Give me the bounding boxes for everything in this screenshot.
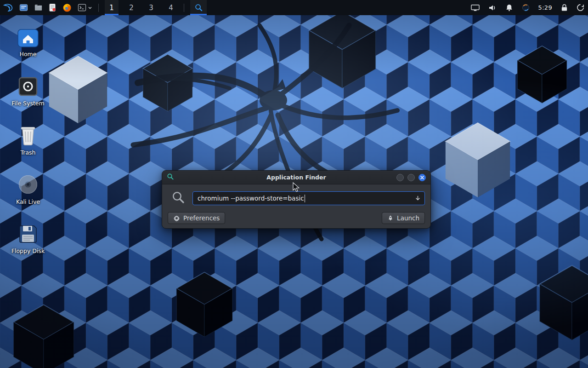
window-icon-application-finder <box>167 173 174 182</box>
window-controls <box>396 171 426 184</box>
text-editor-icon <box>49 3 57 12</box>
status-orb-icon <box>522 4 530 12</box>
desktop-icon-file-system[interactable]: File System <box>6 75 50 107</box>
desktop-icon-label: Floppy Disk <box>11 248 45 254</box>
firefox-icon <box>62 3 72 12</box>
launch-button-label: Launch <box>397 214 419 222</box>
lock-button[interactable] <box>561 0 568 15</box>
window-title: Application Finder <box>162 174 430 181</box>
folder-icon <box>34 3 43 12</box>
kali-menu-button[interactable] <box>3 0 13 15</box>
desktop-icon-label: File System <box>11 100 45 107</box>
application-finder-window: Application Finder <box>162 170 431 229</box>
panel-status-tray: 5:29 <box>471 0 584 15</box>
file-manager-icon <box>19 3 28 12</box>
volume-button[interactable] <box>488 0 497 15</box>
desktop-icon-trash[interactable]: Trash <box>6 124 50 156</box>
desktop-icon-home[interactable]: Home <box>6 26 50 58</box>
text-editor-button[interactable] <box>49 0 57 15</box>
folder-button[interactable] <box>34 0 43 15</box>
panel-clock[interactable]: 5:29 <box>538 4 552 11</box>
file-manager-button[interactable] <box>19 0 28 15</box>
minimize-button[interactable] <box>396 174 404 181</box>
floppy-disk-icon <box>17 223 39 245</box>
panel-separator <box>184 4 184 12</box>
hard-disk-icon <box>17 75 39 97</box>
preferences-button[interactable]: Preferences <box>168 212 225 224</box>
workspace-4[interactable]: 4 <box>164 0 178 15</box>
button-row: Preferences Launch <box>168 212 425 224</box>
logout-button[interactable] <box>577 0 584 15</box>
lock-icon <box>561 4 568 12</box>
mouse-cursor <box>292 182 301 192</box>
optical-disc-icon <box>17 173 39 196</box>
taskbar-item-application-finder[interactable] <box>190 0 207 15</box>
desktop-icon-label: Home <box>20 51 37 58</box>
display-icon <box>471 4 480 12</box>
search-input[interactable]: chromium --password-store=basic <box>192 191 425 205</box>
launch-button[interactable]: Launch <box>382 212 425 224</box>
logout-icon <box>577 4 584 12</box>
close-icon <box>420 176 424 179</box>
desktop-icon-floppy-disk[interactable]: Floppy Disk <box>6 223 50 254</box>
search-row: chromium --password-store=basic <box>168 190 425 206</box>
notifications-button[interactable] <box>505 0 513 15</box>
desktop-icon-kali-live[interactable]: Kali Live <box>6 173 50 205</box>
chevron-down-icon <box>88 6 92 10</box>
terminal-button[interactable] <box>78 0 92 15</box>
desktop-icon-label: Kali Live <box>16 199 40 205</box>
desktop-icon-label: Trash <box>20 150 35 156</box>
preferences-button-label: Preferences <box>183 214 220 222</box>
application-finder-icon <box>194 3 203 12</box>
workspace-1[interactable]: 1 <box>105 0 119 15</box>
search-icon <box>171 190 185 206</box>
volume-icon <box>488 4 497 12</box>
panel-separator <box>98 4 99 12</box>
text-caret <box>305 195 305 202</box>
maximize-button[interactable] <box>407 174 415 181</box>
close-button[interactable] <box>418 174 426 181</box>
search-input-value: chromium --password-store=basic <box>198 195 304 202</box>
history-dropdown-arrow-icon[interactable] <box>415 196 421 201</box>
workspace-3[interactable]: 3 <box>144 0 158 15</box>
kali-menu-icon <box>3 2 13 13</box>
bell-icon <box>505 4 513 12</box>
display-tray-button[interactable] <box>471 0 480 15</box>
workspace-2[interactable]: 2 <box>124 0 138 15</box>
home-folder-icon <box>17 26 39 48</box>
trash-can-icon <box>18 124 38 146</box>
terminal-icon <box>78 3 86 12</box>
firefox-button[interactable] <box>62 0 72 15</box>
top-panel: 1 2 3 4 <box>0 0 588 15</box>
launch-icon <box>387 215 394 222</box>
status-orb-button[interactable] <box>522 0 530 15</box>
gear-icon <box>173 215 180 222</box>
